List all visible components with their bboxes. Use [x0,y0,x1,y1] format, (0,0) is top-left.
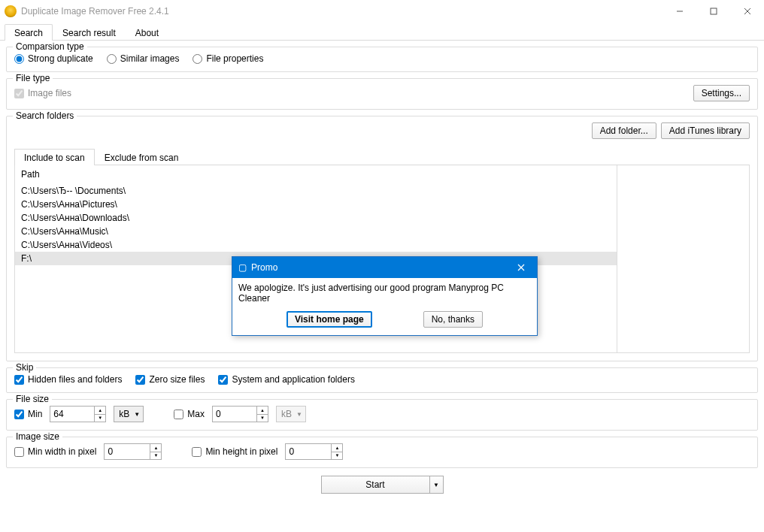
checkbox-min-size[interactable]: Min [14,409,42,419]
tab-about[interactable]: About [126,24,168,41]
spin-down-icon[interactable]: ▼ [95,415,105,422]
add-itunes-button[interactable]: Add iTunes library [661,122,750,139]
tab-search-result[interactable]: Search result [53,24,126,41]
tab-search[interactable]: Search [5,24,53,41]
spin-up-icon[interactable]: ▲ [95,407,105,415]
checkbox-zero-size[interactable]: Zero size files [135,374,205,385]
path-item[interactable]: C:\Users\Анна\Downloads\ [15,211,617,225]
close-button[interactable] [730,0,764,23]
no-thanks-button[interactable]: No, thanks [423,311,483,328]
spin-up-icon[interactable]: ▲ [150,444,161,452]
dialog-title: Promo [251,262,504,273]
chevron-down-icon: ▼ [296,411,302,418]
chevron-down-icon: ▼ [433,482,439,488]
min-width-input[interactable]: ▲▼ [104,443,162,460]
spin-down-icon[interactable]: ▼ [257,415,268,422]
path-item[interactable]: C:\Users\Ђ-- \Documents\ [15,184,617,198]
min-height-input[interactable]: ▲▼ [285,443,343,460]
maximize-button[interactable] [696,0,730,23]
path-side-panel [617,165,749,352]
add-folder-button[interactable]: Add folder... [592,122,656,139]
dialog-message: We apologize. It's just advertising our … [238,283,531,304]
max-size-unit-select: kB▼ [276,406,306,422]
spin-up-icon[interactable]: ▲ [257,407,268,415]
checkbox-min-height[interactable]: Min height in pixel [192,446,277,457]
svg-rect-1 [711,8,717,14]
checkbox-image-files: Image files [14,88,71,98]
filetype-legend: File type [13,73,53,83]
path-column-header: Path [15,165,617,184]
checkbox-min-width[interactable]: Min width in pixel [14,446,96,457]
comparison-group: Comparsion type Strong duplicate Similar… [6,47,758,72]
dialog-close-button[interactable] [508,259,534,276]
spin-up-icon[interactable]: ▲ [332,444,342,452]
search-folders-legend: Search folders [13,110,77,121]
radio-similar-images[interactable]: Similar images [107,53,180,64]
imagesize-legend: Image size [13,431,62,442]
path-item[interactable]: C:\Users\Анна\Videos\ [15,238,617,252]
checkbox-system-folders[interactable]: System and application folders [218,374,354,385]
filesize-legend: File size [13,394,52,404]
radio-strong-duplicate[interactable]: Strong duplicate [14,53,93,64]
path-item[interactable]: C:\Users\Анна\Pictures\ [15,198,617,211]
filetype-group: File type Image files Settings... [6,78,758,110]
skip-legend: Skip [13,362,36,373]
min-size-unit-select[interactable]: kB▼ [114,406,144,422]
promo-dialog: ▢ Promo We apologize. It's just advertis… [232,256,538,336]
max-size-input[interactable]: ▲▼ [212,406,268,422]
comparison-legend: Comparsion type [13,41,87,52]
spin-down-icon[interactable]: ▼ [332,452,342,460]
titlebar: Duplicate Image Remover Free 2.4.1 [0,0,764,23]
settings-button[interactable]: Settings... [693,85,750,101]
start-dropdown[interactable]: ▼ [430,476,444,494]
path-item[interactable]: C:\Users\Анна\Music\ [15,225,617,238]
checkbox-max-size[interactable]: Max [174,409,205,419]
filesize-group: File size Min ▲▼ kB▼ Max ▲▼ kB▼ [6,399,758,431]
app-icon [5,5,17,17]
imagesize-group: Image size Min width in pixel ▲▼ Min hei… [6,437,758,468]
chevron-down-icon: ▼ [134,411,140,418]
minimize-button[interactable] [662,0,696,23]
window-title: Duplicate Image Remover Free 2.4.1 [21,6,662,17]
window-icon: ▢ [238,262,247,273]
visit-home-button[interactable]: Visit home page [286,311,372,328]
tab-include-scan[interactable]: Include to scan [14,149,95,165]
skip-group: Skip Hidden files and folders Zero size … [6,367,758,393]
checkbox-hidden-files[interactable]: Hidden files and folders [14,374,122,385]
min-size-input[interactable]: ▲▼ [50,406,106,422]
main-tabs: Search Search result About [0,23,764,41]
spin-down-icon[interactable]: ▼ [150,452,161,460]
start-button[interactable]: Start [321,476,430,494]
radio-file-properties[interactable]: File properties [193,53,263,64]
tab-exclude-scan[interactable]: Exclude from scan [95,149,189,165]
